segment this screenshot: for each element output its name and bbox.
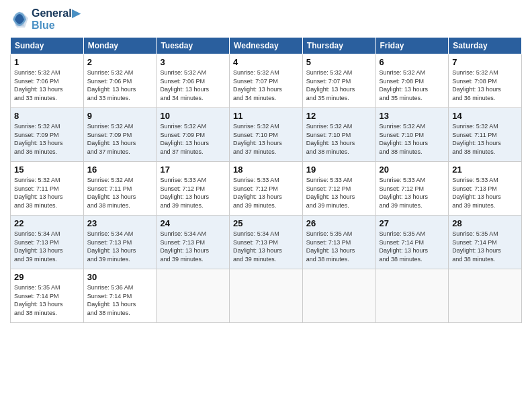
calendar-cell: 18Sunrise: 5:33 AM Sunset: 7:12 PM Dayli… <box>230 162 303 216</box>
calendar-cell: 16Sunrise: 5:32 AM Sunset: 7:11 PM Dayli… <box>83 162 157 216</box>
day-number: 2 <box>87 57 153 67</box>
cell-info: Sunrise: 5:33 AM Sunset: 7:12 PM Dayligh… <box>233 176 299 210</box>
day-number: 3 <box>160 57 226 67</box>
day-number: 17 <box>160 165 226 175</box>
calendar-table: SundayMondayTuesdayWednesdayThursdayFrid… <box>10 37 522 323</box>
cell-info: Sunrise: 5:32 AM Sunset: 7:11 PM Dayligh… <box>14 176 80 210</box>
cell-info: Sunrise: 5:32 AM Sunset: 7:10 PM Dayligh… <box>233 122 299 156</box>
cell-info: Sunrise: 5:32 AM Sunset: 7:08 PM Dayligh… <box>380 68 445 102</box>
day-number: 12 <box>306 111 372 121</box>
day-number: 20 <box>380 165 445 175</box>
col-header-saturday: Saturday <box>449 38 522 54</box>
calendar-cell: 17Sunrise: 5:33 AM Sunset: 7:12 PM Dayli… <box>157 162 230 216</box>
day-number: 28 <box>452 218 518 228</box>
calendar-cell <box>230 269 303 323</box>
cell-info: Sunrise: 5:32 AM Sunset: 7:06 PM Dayligh… <box>87 68 153 102</box>
logo-text: General▶ Blue <box>32 7 80 32</box>
cell-info: Sunrise: 5:32 AM Sunset: 7:11 PM Dayligh… <box>87 176 153 210</box>
calendar-cell: 13Sunrise: 5:32 AM Sunset: 7:10 PM Dayli… <box>375 108 449 162</box>
cell-info: Sunrise: 5:32 AM Sunset: 7:06 PM Dayligh… <box>14 68 80 102</box>
cell-info: Sunrise: 5:35 AM Sunset: 7:14 PM Dayligh… <box>380 230 445 263</box>
cell-info: Sunrise: 5:35 AM Sunset: 7:13 PM Dayligh… <box>306 230 372 263</box>
calendar-cell: 11Sunrise: 5:32 AM Sunset: 7:10 PM Dayli… <box>230 108 303 162</box>
calendar-cell: 15Sunrise: 5:32 AM Sunset: 7:11 PM Dayli… <box>11 162 84 216</box>
calendar-week-row: 29Sunrise: 5:35 AM Sunset: 7:14 PM Dayli… <box>11 269 522 323</box>
day-number: 25 <box>233 218 299 228</box>
calendar-cell: 30Sunrise: 5:36 AM Sunset: 7:14 PM Dayli… <box>83 269 157 323</box>
calendar-cell: 6Sunrise: 5:32 AM Sunset: 7:08 PM Daylig… <box>375 54 449 108</box>
calendar-week-row: 15Sunrise: 5:32 AM Sunset: 7:11 PM Dayli… <box>11 162 522 216</box>
calendar-cell: 2Sunrise: 5:32 AM Sunset: 7:06 PM Daylig… <box>83 54 157 108</box>
calendar-cell <box>375 269 449 323</box>
day-number: 15 <box>14 165 80 175</box>
calendar-header-row: SundayMondayTuesdayWednesdayThursdayFrid… <box>11 38 522 54</box>
page: General▶ Blue SundayMondayTuesdayWednesd… <box>0 0 532 411</box>
cell-info: Sunrise: 5:35 AM Sunset: 7:14 PM Dayligh… <box>14 283 80 317</box>
day-number: 18 <box>233 165 299 175</box>
calendar-cell: 29Sunrise: 5:35 AM Sunset: 7:14 PM Dayli… <box>11 269 84 323</box>
header: General▶ Blue <box>10 7 522 32</box>
day-number: 26 <box>306 218 372 228</box>
cell-info: Sunrise: 5:32 AM Sunset: 7:09 PM Dayligh… <box>160 122 226 156</box>
cell-info: Sunrise: 5:34 AM Sunset: 7:13 PM Dayligh… <box>87 230 153 263</box>
col-header-sunday: Sunday <box>11 38 84 54</box>
calendar-cell: 21Sunrise: 5:33 AM Sunset: 7:13 PM Dayli… <box>449 162 522 216</box>
col-header-monday: Monday <box>83 38 157 54</box>
calendar-cell: 12Sunrise: 5:32 AM Sunset: 7:10 PM Dayli… <box>302 108 375 162</box>
cell-info: Sunrise: 5:32 AM Sunset: 7:09 PM Dayligh… <box>14 122 80 156</box>
calendar-cell: 3Sunrise: 5:32 AM Sunset: 7:06 PM Daylig… <box>157 54 230 108</box>
calendar-cell: 9Sunrise: 5:32 AM Sunset: 7:09 PM Daylig… <box>83 108 157 162</box>
cell-info: Sunrise: 5:36 AM Sunset: 7:14 PM Dayligh… <box>87 283 153 317</box>
day-number: 7 <box>452 57 518 67</box>
cell-info: Sunrise: 5:33 AM Sunset: 7:12 PM Dayligh… <box>160 176 226 210</box>
calendar-cell: 24Sunrise: 5:34 AM Sunset: 7:13 PM Dayli… <box>157 216 230 269</box>
day-number: 27 <box>380 218 445 228</box>
logo: General▶ Blue <box>10 7 80 32</box>
day-number: 16 <box>87 165 153 175</box>
calendar-cell: 8Sunrise: 5:32 AM Sunset: 7:09 PM Daylig… <box>11 108 84 162</box>
cell-info: Sunrise: 5:32 AM Sunset: 7:06 PM Dayligh… <box>160 68 226 102</box>
cell-info: Sunrise: 5:33 AM Sunset: 7:13 PM Dayligh… <box>452 176 518 210</box>
calendar-week-row: 8Sunrise: 5:32 AM Sunset: 7:09 PM Daylig… <box>11 108 522 162</box>
calendar-cell <box>157 269 230 323</box>
day-number: 14 <box>452 111 518 121</box>
day-number: 30 <box>87 272 153 282</box>
cell-info: Sunrise: 5:32 AM Sunset: 7:09 PM Dayligh… <box>87 122 153 156</box>
col-header-thursday: Thursday <box>302 38 375 54</box>
calendar-week-row: 22Sunrise: 5:34 AM Sunset: 7:13 PM Dayli… <box>11 216 522 269</box>
cell-info: Sunrise: 5:32 AM Sunset: 7:07 PM Dayligh… <box>306 68 372 102</box>
calendar-cell: 26Sunrise: 5:35 AM Sunset: 7:13 PM Dayli… <box>302 216 375 269</box>
col-header-wednesday: Wednesday <box>230 38 303 54</box>
day-number: 21 <box>452 165 518 175</box>
cell-info: Sunrise: 5:32 AM Sunset: 7:10 PM Dayligh… <box>380 122 445 156</box>
calendar-cell: 5Sunrise: 5:32 AM Sunset: 7:07 PM Daylig… <box>302 54 375 108</box>
calendar-week-row: 1Sunrise: 5:32 AM Sunset: 7:06 PM Daylig… <box>11 54 522 108</box>
cell-info: Sunrise: 5:32 AM Sunset: 7:11 PM Dayligh… <box>452 122 518 156</box>
day-number: 6 <box>380 57 445 67</box>
day-number: 1 <box>14 57 80 67</box>
calendar-cell: 19Sunrise: 5:33 AM Sunset: 7:12 PM Dayli… <box>302 162 375 216</box>
cell-info: Sunrise: 5:32 AM Sunset: 7:08 PM Dayligh… <box>452 68 518 102</box>
calendar-cell <box>302 269 375 323</box>
day-number: 9 <box>87 111 153 121</box>
calendar-cell: 1Sunrise: 5:32 AM Sunset: 7:06 PM Daylig… <box>11 54 84 108</box>
day-number: 13 <box>380 111 445 121</box>
cell-info: Sunrise: 5:35 AM Sunset: 7:14 PM Dayligh… <box>452 230 518 263</box>
calendar-cell: 7Sunrise: 5:32 AM Sunset: 7:08 PM Daylig… <box>449 54 522 108</box>
day-number: 24 <box>160 218 226 228</box>
cell-info: Sunrise: 5:34 AM Sunset: 7:13 PM Dayligh… <box>160 230 226 263</box>
day-number: 29 <box>14 272 80 282</box>
cell-info: Sunrise: 5:33 AM Sunset: 7:12 PM Dayligh… <box>306 176 372 210</box>
cell-info: Sunrise: 5:34 AM Sunset: 7:13 PM Dayligh… <box>14 230 80 263</box>
col-header-friday: Friday <box>375 38 449 54</box>
cell-info: Sunrise: 5:34 AM Sunset: 7:13 PM Dayligh… <box>233 230 299 263</box>
calendar-cell <box>449 269 522 323</box>
logo-icon <box>10 10 29 29</box>
cell-info: Sunrise: 5:33 AM Sunset: 7:12 PM Dayligh… <box>380 176 445 210</box>
calendar-cell: 23Sunrise: 5:34 AM Sunset: 7:13 PM Dayli… <box>83 216 157 269</box>
calendar-cell: 10Sunrise: 5:32 AM Sunset: 7:09 PM Dayli… <box>157 108 230 162</box>
day-number: 4 <box>233 57 299 67</box>
day-number: 8 <box>14 111 80 121</box>
day-number: 22 <box>14 218 80 228</box>
cell-info: Sunrise: 5:32 AM Sunset: 7:10 PM Dayligh… <box>306 122 372 156</box>
